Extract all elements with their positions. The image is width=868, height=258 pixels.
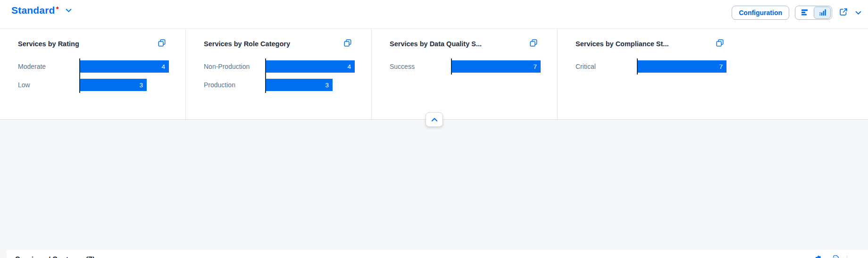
chart-body: Non-ProductionProduction43	[204, 58, 352, 93]
chart-labels: ModerateLow	[18, 58, 79, 93]
chart-header: Services by Compliance St...	[576, 38, 725, 49]
toolbar-separator	[847, 256, 847, 258]
chart-labels: Success	[390, 58, 451, 75]
duplicate-icon	[530, 39, 537, 48]
chart-title: Services by Data Quality S...	[390, 40, 482, 48]
duplicate-chart-button[interactable]	[529, 38, 538, 49]
chart-header: Services by Role Category	[204, 38, 352, 49]
share-icon	[839, 8, 848, 18]
variant-dropdown-chevron-icon[interactable]	[65, 8, 73, 14]
bar-value: 3	[325, 82, 329, 89]
bar-value: 4	[347, 63, 351, 70]
bar-value: 4	[161, 63, 165, 70]
chart-body: Success7	[390, 58, 538, 75]
bar-label: Success	[390, 60, 451, 73]
chart-body: ModerateLow43	[18, 58, 167, 93]
bar-value: 3	[139, 82, 143, 89]
chart-title: Services by Role Category	[204, 40, 290, 48]
horizontal-bar-chart-toggle-button[interactable]	[796, 7, 813, 19]
bar-label: Low	[18, 79, 79, 91]
chart-plot: 7	[451, 58, 541, 75]
chart-plot: 7	[637, 58, 726, 75]
bar[interactable]: 4	[266, 60, 355, 73]
chart-type-toggle	[795, 6, 832, 20]
export-spreadsheet-icon	[831, 255, 840, 258]
chart-card-3: Services by Data Quality S...Success7	[372, 29, 558, 119]
bar[interactable]: 3	[266, 79, 333, 91]
duplicate-chart-button[interactable]	[157, 38, 167, 49]
duplicate-icon	[158, 39, 166, 48]
bar[interactable]: 7	[638, 60, 726, 73]
page-background: Services / Systems (7)	[0, 120, 868, 258]
duplicate-chart-button[interactable]	[343, 38, 352, 49]
chart-body: Critical7	[576, 58, 725, 75]
export-spreadsheet-button[interactable]	[830, 254, 841, 258]
configuration-button[interactable]: Configuration	[732, 6, 789, 20]
chart-card-4: Services by Compliance St...Critical7	[558, 29, 743, 119]
chart-plot: 43	[265, 58, 355, 93]
bar-value: 7	[533, 63, 537, 70]
duplicate-chart-button[interactable]	[715, 38, 725, 49]
collapse-panel-button[interactable]	[426, 112, 443, 127]
bar-label: Critical	[576, 60, 637, 73]
table-settings-button[interactable]	[813, 254, 824, 258]
bar[interactable]: 3	[80, 79, 147, 91]
table-title: Services / Systems (7)	[15, 256, 95, 258]
chevron-up-icon	[431, 116, 438, 123]
chart-labels: Non-ProductionProduction	[204, 58, 265, 93]
chart-card-2: Services by Role CategoryNon-ProductionP…	[186, 29, 372, 119]
gear-icon	[814, 255, 823, 258]
bar[interactable]: 4	[80, 60, 169, 73]
top-bar: Standard* Configuration	[0, 0, 868, 28]
chart-plot: 43	[79, 58, 169, 93]
share-button[interactable]	[838, 7, 849, 19]
chart-card-1: Services by RatingModerateLow43	[0, 29, 186, 119]
bar-label: Non-Production	[204, 60, 265, 73]
table-toolbar: Services / Systems (7)	[7, 250, 868, 258]
column-chart-icon	[818, 8, 826, 17]
bar-label: Moderate	[18, 60, 79, 73]
column-chart-toggle-button[interactable]	[814, 7, 831, 19]
duplicate-icon	[716, 39, 724, 48]
chevron-down-icon	[854, 257, 860, 258]
chevron-down-icon	[855, 9, 861, 17]
services-table-card: Services / Systems (7)	[7, 250, 868, 258]
charts-panel: Services by RatingModerateLow43Services …	[0, 28, 868, 120]
bar-label: Production	[204, 79, 265, 91]
dirty-marker: *	[56, 5, 59, 13]
chart-header: Services by Data Quality S...	[390, 38, 538, 49]
table-overflow-chevron-button[interactable]	[853, 256, 861, 258]
chart-title: Services by Rating	[18, 40, 79, 48]
chart-title: Services by Compliance St...	[576, 40, 668, 48]
bar[interactable]: 7	[452, 60, 541, 73]
bar-value: 7	[719, 63, 723, 70]
page-title[interactable]: Standard*	[11, 5, 59, 16]
chart-labels: Critical	[576, 58, 637, 75]
horizontal-bar-chart-icon	[801, 8, 809, 18]
duplicate-icon	[344, 39, 351, 48]
variant-title: Standard	[11, 5, 55, 16]
chart-header: Services by Rating	[18, 38, 167, 49]
header-overflow-chevron-button[interactable]	[854, 8, 862, 17]
